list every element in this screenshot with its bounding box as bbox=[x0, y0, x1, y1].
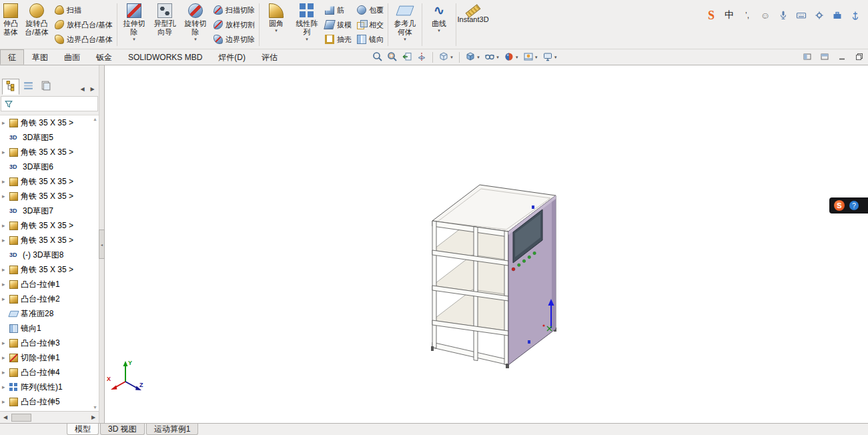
mirror-button[interactable]: 镜向 bbox=[357, 32, 384, 47]
scroll-left-icon[interactable]: ◀ bbox=[0, 412, 11, 423]
tile-horizontal-button[interactable] bbox=[803, 52, 812, 61]
tab-features[interactable]: 征 bbox=[0, 49, 24, 65]
ime-language-icon[interactable]: 中 bbox=[723, 9, 735, 21]
draft-button[interactable]: 拔模 bbox=[325, 17, 352, 32]
lofted-cut-button[interactable]: 放样切割 bbox=[213, 17, 255, 32]
instant3d-button[interactable]: Instant3D bbox=[458, 1, 488, 24]
tree-item[interactable]: ▸凸台-拉伸4 bbox=[0, 365, 99, 380]
tab-motion-study-1[interactable]: 运动算例1 bbox=[146, 424, 199, 435]
shell-button[interactable]: 抽壳 bbox=[325, 32, 352, 47]
tab-evaluate[interactable]: 评估 bbox=[254, 49, 286, 65]
expand-arrow-icon[interactable]: ▸ bbox=[2, 237, 9, 244]
revolved-boss-button[interactable]: 旋转凸 台/基体 bbox=[21, 1, 52, 37]
tab-surfaces[interactable]: 曲面 bbox=[56, 49, 88, 65]
expand-arrow-icon[interactable]: ▸ bbox=[2, 369, 9, 376]
view-orientation-button[interactable]: ▼ bbox=[436, 51, 456, 64]
tab-sketch[interactable]: 草图 bbox=[24, 49, 56, 65]
section-view-button[interactable] bbox=[414, 51, 429, 64]
ime-settings-icon[interactable] bbox=[813, 9, 825, 21]
tree-item[interactable]: ▸阵列(线性)1 bbox=[0, 380, 99, 394]
tree-item[interactable]: 3D3D草图7 bbox=[0, 203, 99, 218]
tree-item[interactable]: ▸角铁 35 X 35 > bbox=[0, 115, 99, 130]
tree-item[interactable]: 3D(-) 3D草图8 bbox=[0, 248, 99, 262]
rib-button[interactable]: 筋 bbox=[325, 3, 352, 17]
tree-item[interactable]: ▸凸台-拉伸3 bbox=[0, 336, 99, 350]
expand-arrow-icon[interactable]: ▸ bbox=[2, 340, 9, 346]
filter-input[interactable] bbox=[16, 100, 95, 108]
expand-arrow-icon[interactable]: ▸ bbox=[2, 354, 9, 361]
expand-arrow-icon[interactable]: ▸ bbox=[2, 266, 9, 273]
tree-scroll-up-icon[interactable]: ▲ bbox=[93, 117, 97, 121]
tree-item[interactable]: ▸切除-拉伸1 bbox=[0, 350, 99, 365]
previous-view-button[interactable] bbox=[400, 51, 414, 64]
tab-3d-views[interactable]: 3D 视图 bbox=[100, 424, 145, 435]
boundary-cut-button[interactable]: 边界切除 bbox=[213, 32, 255, 47]
tree-item[interactable]: ▸角铁 35 X 35 > bbox=[0, 189, 99, 203]
panel-tab-scroll-left[interactable]: ◀ bbox=[77, 83, 87, 95]
tree-item[interactable]: ▸凸台-拉伸1 bbox=[0, 277, 99, 292]
scrollbar-thumb[interactable] bbox=[11, 414, 31, 422]
apply-scene-button[interactable]: ▼ bbox=[521, 51, 540, 64]
swept-cut-button[interactable]: 扫描切除 bbox=[213, 3, 255, 17]
expand-arrow-icon[interactable]: ▸ bbox=[2, 178, 9, 185]
ime-mic-icon[interactable] bbox=[777, 9, 789, 21]
extruded-boss-button[interactable]: 伸凸 基体 bbox=[0, 1, 21, 37]
featuremanager-tab[interactable] bbox=[2, 79, 19, 95]
reference-geometry-button[interactable]: 参考几 何体▼ bbox=[390, 1, 420, 41]
expand-arrow-icon[interactable]: ▸ bbox=[2, 384, 9, 390]
hide-show-items-button[interactable]: ▼ bbox=[482, 51, 502, 64]
expand-arrow-icon[interactable]: ▸ bbox=[2, 296, 9, 302]
graphics-viewport[interactable]: Y X Z bbox=[105, 65, 868, 423]
intersect-button[interactable]: 相交 bbox=[357, 17, 384, 32]
minimize-button[interactable] bbox=[837, 52, 847, 61]
graphics-area[interactable]: Y X Z bbox=[105, 65, 868, 423]
lofted-boss-button[interactable]: 放样凸台/基体 bbox=[55, 17, 113, 32]
extruded-cut-button[interactable]: 拉伸切 除▼ bbox=[119, 1, 149, 41]
ime-emoji-icon[interactable]: ☺ bbox=[759, 9, 771, 21]
propertymanager-tab[interactable] bbox=[19, 79, 37, 95]
tree-item[interactable]: ▸角铁 35 X 35 > bbox=[0, 233, 99, 248]
configurationmanager-tab[interactable] bbox=[37, 79, 54, 95]
expand-arrow-icon[interactable]: ▸ bbox=[2, 281, 9, 288]
tree-item[interactable]: ▸凸台-拉伸2 bbox=[0, 292, 99, 306]
display-style-button[interactable]: ▼ bbox=[463, 51, 482, 64]
boundary-boss-button[interactable]: 边界凸台/基体 bbox=[55, 32, 113, 47]
tab-model[interactable]: 模型 bbox=[67, 424, 99, 435]
tile-vertical-button[interactable] bbox=[820, 52, 829, 61]
tree-item[interactable]: 镜向1 bbox=[0, 321, 99, 336]
ime-punctuation-icon[interactable]: ’, bbox=[741, 9, 753, 21]
expand-arrow-icon[interactable]: ▸ bbox=[2, 193, 9, 199]
tree-item[interactable]: ▸角铁 35 X 35 > bbox=[0, 145, 99, 159]
ime-keyboard-icon[interactable] bbox=[795, 9, 807, 21]
curves-button[interactable]: ∿曲线▼ bbox=[424, 1, 454, 33]
tree-item[interactable]: ▸角铁 35 X 35 > bbox=[0, 262, 99, 277]
tree-item[interactable]: ▸角铁 35 X 35 > bbox=[0, 174, 99, 189]
zoom-to-area-button[interactable] bbox=[385, 51, 400, 64]
tree-scroll-down-icon[interactable]: ▼ bbox=[93, 405, 97, 410]
tree-item[interactable]: 3D3D草图6 bbox=[0, 159, 99, 174]
help-button[interactable]: ? bbox=[849, 201, 859, 210]
solidworks-logo[interactable]: S bbox=[834, 200, 845, 211]
scroll-right-icon[interactable]: ▶ bbox=[88, 412, 99, 423]
edit-appearance-button[interactable]: ▼ bbox=[502, 51, 521, 64]
tab-weldments[interactable]: 焊件(D) bbox=[210, 49, 254, 65]
tree-item[interactable]: ▸凸台-拉伸5 bbox=[0, 394, 99, 409]
expand-arrow-icon[interactable]: ▸ bbox=[2, 398, 9, 405]
hole-wizard-button[interactable]: 异型孔 向导 bbox=[149, 1, 180, 37]
tree-item[interactable]: 基准面28 bbox=[0, 306, 99, 321]
cabinet-model[interactable] bbox=[431, 185, 556, 368]
tray-pin-icon[interactable] bbox=[849, 9, 861, 21]
fillet-button[interactable]: 圆角▼ bbox=[261, 1, 292, 33]
swept-boss-button[interactable]: 扫描 bbox=[55, 3, 113, 17]
expand-arrow-icon[interactable]: ▸ bbox=[2, 149, 9, 155]
zoom-to-fit-button[interactable] bbox=[370, 51, 385, 64]
solidworks-resources-flyout[interactable]: S ? bbox=[829, 197, 868, 213]
wrap-button[interactable]: 包覆 bbox=[357, 3, 384, 17]
expand-arrow-icon[interactable]: ▸ bbox=[2, 222, 9, 229]
tab-solidworks-mbd[interactable]: SOLIDWORKS MBD bbox=[120, 49, 210, 65]
panel-tab-scroll-right[interactable]: ▶ bbox=[87, 83, 97, 95]
restore-button[interactable] bbox=[855, 52, 864, 61]
tray-briefcase-icon[interactable] bbox=[831, 9, 843, 21]
revolved-cut-button[interactable]: 旋转切 除▼ bbox=[180, 1, 211, 41]
tree-item[interactable]: ▸角铁 35 X 35 > bbox=[0, 218, 99, 233]
